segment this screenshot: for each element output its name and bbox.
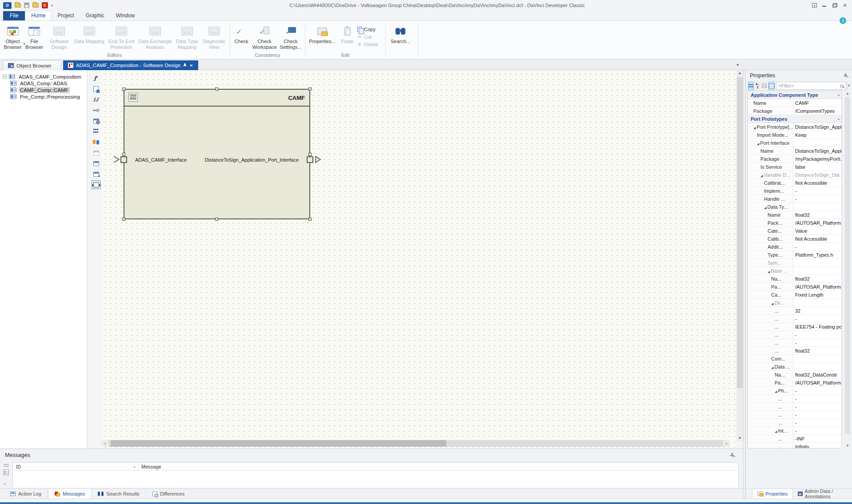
property-row[interactable]: ◢Variable D...DistanceToSign_Dat... xyxy=(748,171,841,179)
data-type-mapping-button[interactable]: Data Type Mapping xyxy=(174,22,201,50)
property-row[interactable]: Handle ...- xyxy=(748,195,841,203)
ribbon-options-icon[interactable]: ▴ xyxy=(812,3,817,8)
canvas-horizontal-scrollbar[interactable]: ‹ › xyxy=(102,440,730,447)
property-value[interactable] xyxy=(793,139,841,147)
scroll-up-icon[interactable]: ▲ xyxy=(844,91,851,96)
quick-access-dropdown-icon[interactable]: ▾ xyxy=(51,4,53,8)
collapse-icon[interactable]: ▴ xyxy=(838,93,840,97)
vertical-scroll-thumb[interactable] xyxy=(737,77,743,388)
property-row[interactable]: Addit...- xyxy=(748,243,841,251)
property-row[interactable]: ◢Dir... xyxy=(748,299,841,307)
property-row[interactable]: ◢Int...- xyxy=(748,427,841,435)
port-group-tool-icon[interactable] xyxy=(92,127,101,136)
property-value[interactable]: /AUTOSAR_Platform... xyxy=(793,219,841,226)
expander-icon[interactable]: ◢ xyxy=(768,270,770,273)
show-description-icon[interactable] xyxy=(768,82,775,90)
scroll-down-icon[interactable]: ▼ xyxy=(736,435,743,441)
filter-input[interactable] xyxy=(776,83,840,88)
check-settings-button[interactable]: Check Settings... xyxy=(279,22,303,50)
expander-icon[interactable]: ◢ xyxy=(771,366,773,369)
property-value[interactable]: - xyxy=(793,411,841,418)
selection-handle[interactable] xyxy=(308,87,312,91)
check-workspace-button[interactable]: Check Workspace xyxy=(250,22,279,50)
selection-handle[interactable] xyxy=(215,218,218,221)
property-value[interactable]: DistanceToSign_Appl... xyxy=(793,147,841,155)
restore-button[interactable] xyxy=(832,3,837,8)
property-value[interactable]: 32 xyxy=(793,307,841,314)
property-row[interactable]: NameCAMF xyxy=(748,99,841,107)
property-value[interactable] xyxy=(793,355,841,362)
sync-tool-icon[interactable] xyxy=(92,138,101,147)
property-value[interactable] xyxy=(793,267,841,274)
property-row[interactable]: ...- xyxy=(748,331,841,339)
property-row[interactable]: Is Servicefalse xyxy=(748,163,841,171)
tab-properties[interactable]: Properties xyxy=(752,489,793,499)
property-value[interactable]: /AUTOSAR_Platform... xyxy=(793,283,841,290)
property-row[interactable]: ◢Port Prototype[...DistanceToSign_Appl..… xyxy=(748,123,841,131)
filter-dropdown-icon[interactable]: ▾ xyxy=(848,82,850,90)
search-button[interactable]: Search... xyxy=(388,22,413,44)
property-row[interactable]: ◢Port Interface xyxy=(748,139,841,147)
property-value[interactable]: Value xyxy=(793,227,841,234)
tab-messages[interactable]: Messages xyxy=(48,489,92,499)
property-value[interactable]: Not Accessible xyxy=(793,179,841,187)
property-value[interactable] xyxy=(793,363,841,370)
tab-project[interactable]: Project xyxy=(52,11,80,20)
selection-handle[interactable] xyxy=(122,87,125,91)
file-browser-button[interactable]: File Browser xyxy=(24,22,44,50)
provide-port[interactable] xyxy=(307,156,313,163)
property-value[interactable]: -INF xyxy=(793,435,841,442)
tree-item[interactable]: −ADAS_CAMF_Composition xyxy=(0,73,87,80)
property-value[interactable]: Not Accessible xyxy=(793,235,841,242)
pin-tab-icon[interactable] xyxy=(183,63,187,68)
properties-scrollbar[interactable]: ▲ ▼ xyxy=(844,91,851,448)
component-tool-icon[interactable] xyxy=(92,159,101,168)
functions-tool-icon[interactable]: ƒ,ƒ xyxy=(92,95,101,104)
expander-icon[interactable]: ◢ xyxy=(771,302,773,305)
open-workspace-icon[interactable] xyxy=(32,3,39,8)
property-value[interactable]: DistanceToSign_Appl... xyxy=(793,123,841,131)
open-file-icon[interactable] xyxy=(15,3,21,8)
property-value[interactable]: - xyxy=(793,387,841,394)
component-camf[interactable]: CAMF ADAS_CAMF_Interface DistanceToSign_… xyxy=(124,89,310,219)
horizontal-scroll-thumb[interactable] xyxy=(111,440,446,447)
property-pages-icon[interactable] xyxy=(761,82,767,90)
tab-software-design-active[interactable]: ADAS_CAMF_Composition - Software Design … xyxy=(63,60,198,70)
property-row[interactable]: ...- xyxy=(748,315,841,323)
property-row[interactable]: Calib...Not Accessible xyxy=(748,235,841,243)
expander-icon[interactable]: ◢ xyxy=(753,126,756,129)
property-value[interactable]: Platform_Types.h xyxy=(793,251,841,258)
property-value[interactable]: IEEE754 - Foating po... xyxy=(793,323,841,330)
property-value[interactable]: float32_DataConstr xyxy=(793,371,841,378)
property-row[interactable]: Na...float32_DataConstr xyxy=(748,371,841,379)
expander-icon[interactable]: ◢ xyxy=(775,390,777,393)
property-value[interactable]: - xyxy=(793,419,841,426)
property-value[interactable]: DistanceToSign_Dat... xyxy=(793,171,841,179)
function-tool-icon[interactable]: ƒ× xyxy=(92,74,101,83)
require-port[interactable] xyxy=(120,156,127,163)
tree-item[interactable]: Pre_Comp::Preprocessing xyxy=(0,93,87,100)
property-row[interactable]: ...- xyxy=(748,339,841,347)
property-value[interactable] xyxy=(793,299,841,306)
tab-action-log[interactable]: Action Log xyxy=(4,489,48,499)
property-row[interactable]: Pa.../AUTOSAR_Platform... xyxy=(748,283,841,291)
property-value[interactable] xyxy=(793,259,841,266)
property-row[interactable]: ...- xyxy=(748,419,841,427)
tab-graphic[interactable]: Graphic xyxy=(80,11,110,20)
port-tool-icon[interactable] xyxy=(92,106,101,115)
collapse-icon[interactable]: ▴ xyxy=(838,117,840,121)
property-row[interactable]: ...Infinity xyxy=(748,443,841,448)
property-value[interactable]: Keep xyxy=(793,131,841,139)
property-value[interactable]: float32 xyxy=(793,347,841,354)
app-icon[interactable]: D xyxy=(3,2,12,9)
tree-item[interactable]: ADAS_Comp::ADAS xyxy=(0,80,87,87)
scroll-right-icon[interactable]: › xyxy=(723,440,730,447)
property-value[interactable]: /myPackage/myPortI... xyxy=(793,155,841,163)
end-to-end-protection-button[interactable]: End-To-End Protection xyxy=(106,22,136,50)
property-value[interactable]: float32 xyxy=(793,211,841,218)
selection-handle[interactable] xyxy=(308,218,312,221)
property-value[interactable]: - xyxy=(793,243,841,250)
property-row[interactable]: ...32 xyxy=(748,307,841,315)
diagnostic-view-button[interactable]: Diagnostic View xyxy=(200,22,228,50)
property-row[interactable]: Implem...- xyxy=(748,187,841,195)
